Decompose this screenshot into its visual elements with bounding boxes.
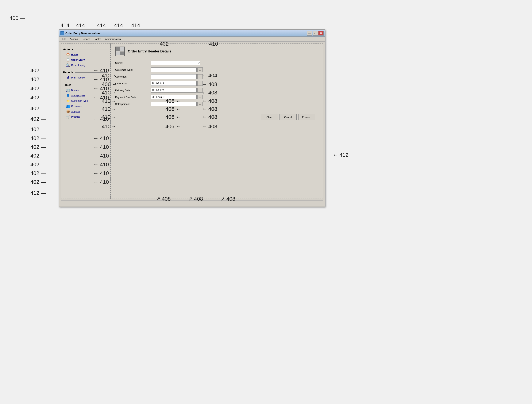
menu-actions[interactable]: Actions <box>68 37 80 41</box>
delivery-date-input[interactable] <box>151 88 197 93</box>
app-icon <box>60 31 64 35</box>
annotation-414-3: 414 <box>97 22 106 29</box>
annotation-410-right-title: 410 <box>209 41 218 47</box>
print-icon: 🖨 <box>66 76 70 79</box>
annotation-410-unit: 410→ <box>102 73 116 79</box>
annotation-408-cancel: ↗ 408 <box>188 196 203 202</box>
nav-order-inquiry[interactable]: 🔍 Order Inquiry <box>63 63 108 68</box>
customer-field: ... <box>151 74 239 79</box>
nav-home-label: Home <box>71 53 78 56</box>
annotation-402-product: 402 — <box>30 179 46 185</box>
annotation-408-clear: ↗ 408 <box>156 196 171 202</box>
customer-type-icon: 📁 <box>66 99 70 103</box>
annotation-410-salesperson-right: 410→ <box>102 124 116 130</box>
nav-salespeople-label: Salespeople <box>71 94 85 97</box>
delivery-date-field: ... <box>151 88 239 93</box>
order-inquiry-icon: 🔍 <box>66 63 70 67</box>
annotation-414-1: 414 <box>60 22 69 29</box>
customer-type-browse-btn[interactable]: ... <box>197 68 203 72</box>
supplier-icon: 📦 <box>66 109 70 113</box>
branch-icon: 🏢 <box>66 88 70 92</box>
unit-id-select[interactable] <box>151 61 200 65</box>
menu-bar: File Actions Reports Tables Administrati… <box>59 37 325 42</box>
annotation-412-right: ← 412 <box>333 152 348 158</box>
annotation-402-branch: 402 — <box>30 135 46 141</box>
panel-header: Order Entry Header Details <box>115 47 318 56</box>
annotation-408-delivery: ← 408 <box>202 106 217 112</box>
customer-type-input[interactable] <box>151 68 197 72</box>
title-bar-left: Order Entry Demonstration <box>60 31 100 35</box>
icon-cell-3 <box>116 51 120 55</box>
annotation-410-customer-right: 410→ <box>102 90 116 96</box>
annotation-410-payment-right: 410→ <box>102 114 116 120</box>
menu-tables[interactable]: Tables <box>92 37 103 41</box>
icon-cell-1 <box>116 47 120 51</box>
maximize-button[interactable]: □ <box>313 31 318 36</box>
annotation-414-4: 414 <box>114 22 123 29</box>
annotation-402-reports: 402 — <box>30 106 46 112</box>
product-icon: 🛒 <box>66 115 70 119</box>
annotation-402-customer-type: 402 — <box>30 153 46 159</box>
annotation-402-right-icon: 402 <box>160 41 169 47</box>
minimize-button[interactable]: — <box>307 31 312 36</box>
annotation-402-home: 402 — <box>30 76 46 82</box>
annotation-406-custtype-right: 406 ← <box>102 81 117 87</box>
annotation-410-branch: ← 410 <box>93 135 109 141</box>
annotation-408-custtype-right: ← 408 <box>202 81 217 87</box>
annotation-408-salesperson: ← 408 <box>202 124 217 130</box>
annotation-402-order-inquiry: 402 — <box>30 95 46 101</box>
nav-customer-type-label: Customer Type <box>71 99 88 102</box>
window-controls: — □ ✕ <box>307 31 324 36</box>
nav-product-label: Product <box>71 115 80 118</box>
right-panel: Order Entry Header Details Unit Id: Cust… <box>111 44 323 199</box>
annotation-402-order-entry: 402 — <box>30 86 46 92</box>
nav-order-entry-label: Order Entry <box>71 58 85 61</box>
annotation-414-2: 414 <box>76 22 85 29</box>
panel-icon <box>115 47 125 56</box>
order-entry-icon: 📋 <box>66 58 70 62</box>
annotation-402-customer: 402 — <box>30 162 46 168</box>
annotation-402-actions: 402 — <box>30 68 46 74</box>
delivery-date-label: Delivery Date: <box>115 89 149 92</box>
menu-file[interactable]: File <box>60 37 68 41</box>
left-divider <box>63 122 108 122</box>
clear-button[interactable]: Clear <box>261 114 278 120</box>
nav-home[interactable]: 🏠 Home <box>63 52 108 57</box>
actions-section-header: Actions <box>63 48 108 51</box>
annotation-410-custtype: ← 410 <box>93 153 109 159</box>
payment-due-date-field: ... <box>151 95 239 99</box>
annotation-406-payment: 406 ← <box>165 114 181 120</box>
annotation-406-salesperson: 406 ← <box>165 124 181 130</box>
forward-button[interactable]: Forward <box>298 114 315 120</box>
panel-title: Order Entry Header Details <box>128 49 172 53</box>
annotation-410-product: ← 410 <box>93 179 109 185</box>
annotation-410-delivery-right: 410→ <box>102 106 116 112</box>
nav-order-inquiry-label: Order Inquiry <box>71 64 86 67</box>
customer-type-label: Customer Type: <box>115 68 149 71</box>
annotation-410-order-date-right: 410→ <box>102 98 116 104</box>
nav-order-entry[interactable]: 📋 Order Entry <box>63 57 108 62</box>
annotation-400: 400 — <box>10 15 25 21</box>
order-date-input[interactable] <box>151 81 197 86</box>
cancel-button[interactable]: Cancel <box>280 114 297 120</box>
menu-administration[interactable]: Administration <box>103 37 123 41</box>
title-bar: Order Entry Demonstration — □ ✕ <box>59 30 325 37</box>
home-icon: 🏠 <box>66 52 70 56</box>
menu-reports[interactable]: Reports <box>80 37 92 41</box>
salesperson-label: Salesperson: <box>115 103 149 106</box>
annotation-404-unit: ← 404 <box>202 73 217 79</box>
payment-due-date-label: Payment Due Date: <box>115 96 149 99</box>
unit-id-label: Unit Id: <box>115 62 149 64</box>
annotation-402-print: 402 — <box>30 116 46 122</box>
annotation-410-salespeople: ← 410 <box>93 144 109 150</box>
close-button[interactable]: ✕ <box>318 31 324 36</box>
order-date-field: ... <box>151 81 239 86</box>
annotation-410-customer: ← 410 <box>93 162 109 168</box>
annotation-414-5: 414 <box>131 22 140 29</box>
window-title: Order Entry Demonstration <box>65 32 100 35</box>
customer-input[interactable] <box>151 74 197 79</box>
customer-label: Customer: <box>115 75 149 78</box>
icon-cell-2 <box>120 47 124 51</box>
annotation-406-delivery: 406 ← <box>165 106 181 112</box>
salesperson-field: ... <box>151 102 239 106</box>
